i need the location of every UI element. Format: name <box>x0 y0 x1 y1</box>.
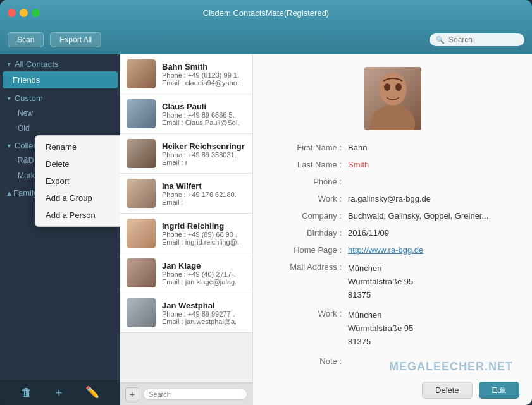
svg-point-2 <box>384 83 390 91</box>
avatar <box>127 298 156 327</box>
family-label: Family <box>13 188 37 198</box>
first-name-row: First Name : Bahn <box>272 143 513 152</box>
delete-button[interactable]: Delete <box>422 382 473 399</box>
phone-row: Phone : <box>272 177 513 186</box>
work-address-label: Work : <box>272 309 348 318</box>
triangle-icon-family: ▶ <box>6 191 12 195</box>
mail-address-row: Mail Address : München Würmtalstraße 95 … <box>272 262 513 301</box>
contact-email: Email : <box>162 198 246 206</box>
contact-name: Jan Klage <box>162 261 246 270</box>
search-bar: 🔍 <box>430 33 524 46</box>
edit-button[interactable]: Edit <box>479 382 519 399</box>
last-name-value: Smith <box>348 160 513 169</box>
note-label: Note : <box>272 356 348 366</box>
avatar <box>127 258 156 287</box>
contact-name: Jan Westphal <box>162 301 246 310</box>
work-label: Work : <box>272 194 348 203</box>
contact-phone: Phone : +49 89 6666 5. <box>162 111 246 119</box>
sidebar-item-new[interactable]: New <box>0 106 120 121</box>
app-title: Cisdem ContactsMate(Registered) <box>203 8 329 18</box>
contact-email: Email : ingrid.reichling@. <box>162 238 246 246</box>
phone-label: Phone : <box>272 177 348 186</box>
avatar <box>127 59 156 88</box>
mail-street: Würmtalstraße 95 <box>348 275 513 289</box>
context-menu-rename[interactable]: Rename <box>35 138 120 155</box>
sidebar-item-all-contacts[interactable]: ▼ All Contacts <box>0 54 120 71</box>
all-contacts-label: All Contacts <box>15 59 58 69</box>
contact-item[interactable]: Jan Klage Phone : +49 (40) 2717-. Email … <box>120 253 252 293</box>
first-name-label: First Name : <box>272 143 348 152</box>
add-icon[interactable]: ＋ <box>53 385 65 400</box>
context-menu-export[interactable]: Export <box>35 172 120 190</box>
triangle-icon-custom: ▼ <box>6 95 12 102</box>
context-menu-add-person[interactable]: Add a Person <box>35 207 120 224</box>
contact-item[interactable]: Ina Wilfert Phone : +49 176 62180. Email… <box>120 174 252 214</box>
company-value: Buchwald, Galinsky, Goppel, Greiner... <box>348 211 513 221</box>
search-input[interactable] <box>448 35 518 44</box>
triangle-icon: ▼ <box>6 61 12 68</box>
svg-point-1 <box>371 105 415 130</box>
sidebar: ▼ All Contacts Friends Rename Delete Exp… <box>0 54 120 405</box>
contact-name: Heiker Reichsenringr <box>162 142 246 151</box>
detail-footer: Delete Edit <box>422 382 519 399</box>
avatar <box>127 219 156 248</box>
context-menu: Rename Delete Export Add a Group Add a P… <box>35 135 120 227</box>
contact-phone: Phone : +49 89 358031. <box>162 151 246 159</box>
homepage-value[interactable]: http://www.ra-bgg.de <box>348 245 513 255</box>
traffic-lights <box>8 9 40 17</box>
work-row: Work : ra.galinsky@ra-bgg.de <box>272 194 513 203</box>
contact-phone: Phone : +49 (8123) 99 1. <box>162 71 246 79</box>
watermark: MEGALEECHER.NET <box>389 360 513 373</box>
trash-icon[interactable]: 🗑 <box>21 386 32 399</box>
contact-name: Bahn Smith <box>162 62 246 71</box>
custom-label: Custom <box>15 94 43 103</box>
birthday-label: Birthday : <box>272 228 348 238</box>
sidebar-item-friends[interactable]: Friends <box>3 71 118 88</box>
contact-email: Email : claudia94@yaho. <box>162 79 246 87</box>
mail-zip: 81375 <box>348 289 513 302</box>
contact-phone: Phone : +49 176 62180. <box>162 191 246 198</box>
avatar <box>127 99 156 128</box>
toolbar: Scan Export All 🔍 <box>0 25 532 54</box>
contact-name: Claus Pauli <box>162 102 246 111</box>
contact-phone: Phone : +49 (40) 2717-. <box>162 270 246 278</box>
search-icon: 🔍 <box>436 36 445 44</box>
sidebar-item-custom[interactable]: ▼ Custom <box>0 88 120 106</box>
contact-name: Ina Wilfert <box>162 181 246 191</box>
first-name-value: Bahn <box>348 143 513 152</box>
contact-item[interactable]: Ingrid Reichling Phone : +49 (89) 68 90 … <box>120 214 252 253</box>
sidebar-bottom: 🗑 ＋ ✏️ <box>0 380 120 405</box>
contact-item[interactable]: Jan Westphal Phone : +49 89 99277-. Emai… <box>120 293 252 333</box>
contact-phone: Phone : +49 89 99277-. <box>162 310 246 318</box>
contact-photo <box>364 67 421 130</box>
contact-email: Email : jan.klage@jalag. <box>162 278 246 286</box>
svg-point-0 <box>379 73 407 106</box>
sidebar-item-old[interactable]: Old <box>0 121 120 136</box>
contact-email: Email : jan.westphal@a. <box>162 318 246 325</box>
close-button[interactable] <box>8 9 16 17</box>
scan-button[interactable]: Scan <box>8 32 44 47</box>
add-contact-button[interactable]: + <box>125 387 139 401</box>
maximize-button[interactable] <box>32 9 40 17</box>
birthday-value: 2016/11/09 <box>348 228 513 238</box>
edit-icon[interactable]: ✏️ <box>85 385 99 399</box>
contact-item[interactable]: Bahn Smith Phone : +49 (8123) 99 1. Emai… <box>120 54 252 94</box>
contact-phone: Phone : +49 (89) 68 90 . <box>162 231 246 238</box>
contact-item[interactable]: Heiker Reichsenringr Phone : +49 89 3580… <box>120 134 252 174</box>
contact-search-input[interactable] <box>143 389 247 400</box>
minimize-button[interactable] <box>20 9 28 17</box>
contact-item[interactable]: Claus Pauli Phone : +49 89 6666 5. Email… <box>120 94 252 134</box>
context-menu-delete[interactable]: Delete <box>35 155 120 172</box>
context-menu-add-group[interactable]: Add a Group <box>35 190 120 207</box>
export-all-button[interactable]: Export All <box>50 32 101 47</box>
avatar <box>127 139 156 168</box>
svg-point-3 <box>395 83 402 91</box>
triangle-icon-colleague: ▼ <box>6 143 12 149</box>
avatar <box>127 179 156 208</box>
work-address-value: München Würmtalstraße 95 81375 <box>348 309 513 348</box>
company-row: Company : Buchwald, Galinsky, Goppel, Gr… <box>272 211 513 221</box>
mail-city: München <box>348 262 513 275</box>
contact-email: Email : Claus.Pauli@Sol. <box>162 119 246 126</box>
contact-list: Bahn Smith Phone : +49 (8123) 99 1. Emai… <box>120 54 253 405</box>
company-label: Company : <box>272 211 348 221</box>
